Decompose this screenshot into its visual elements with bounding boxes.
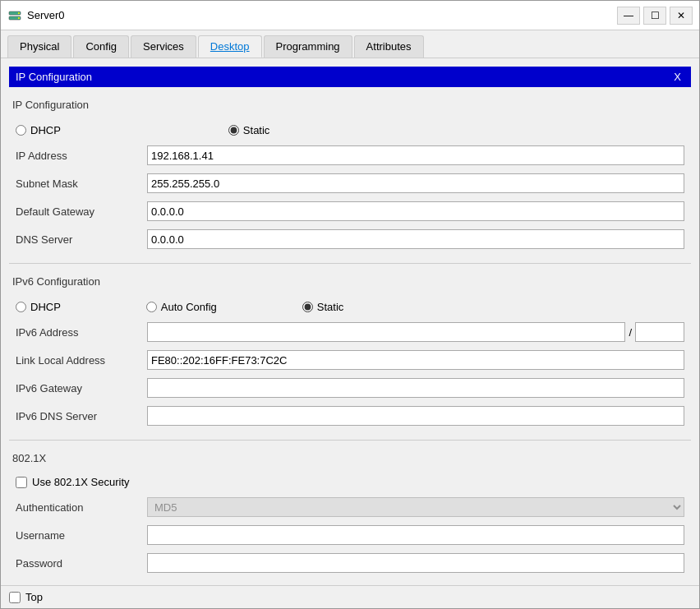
title-controls: — ☐ ✕ <box>617 7 693 25</box>
ipv6-prefix-input[interactable] <box>635 322 684 342</box>
dhcp-radio[interactable] <box>16 125 26 136</box>
ipv6-dhcp-radio[interactable] <box>16 302 26 312</box>
ip-config-form: DHCP Static IP Address Subnet Mask Defau… <box>9 116 691 256</box>
default-gateway-input[interactable] <box>147 201 684 221</box>
top-checkbox[interactable] <box>9 592 21 603</box>
dns-server-label: DNS Server <box>16 233 147 246</box>
ip-address-label: IP Address <box>16 150 147 162</box>
default-gateway-row: Default Gateway <box>16 197 684 225</box>
ipv6-dns-label: IPv6 DNS Server <box>16 410 147 422</box>
tab-programming[interactable]: Programming <box>264 35 352 58</box>
ipv6-static-label: Static <box>317 301 344 313</box>
dns-server-input[interactable] <box>147 229 684 249</box>
ipv6-config-form: DHCP Auto Config Static IPv6 Address / <box>9 293 691 433</box>
tab-attributes[interactable]: Attributes <box>354 35 424 58</box>
tabs-bar: Physical Config Services Desktop Program… <box>1 30 699 58</box>
tab-services[interactable]: Services <box>131 35 196 58</box>
ipv6-autoconfig-radio-label[interactable]: Auto Config <box>146 301 217 313</box>
minimize-button[interactable]: — <box>617 7 640 25</box>
maximize-button[interactable]: ☐ <box>643 7 666 25</box>
auth-row: Authentication MD5 <box>16 493 684 521</box>
use-8021x-row: Use 802.1X Security <box>16 471 684 493</box>
ip-address-input[interactable] <box>147 145 684 165</box>
window-title: Server0 <box>27 9 65 21</box>
ipv6-static-radio-label[interactable]: Static <box>302 301 344 313</box>
dhcp-radio-label[interactable]: DHCP <box>16 124 61 136</box>
subnet-mask-input[interactable] <box>147 173 684 193</box>
top-label: Top <box>25 591 43 603</box>
server-icon <box>7 8 22 23</box>
static-label: Static <box>243 124 270 136</box>
use-8021x-label: Use 802.1X Security <box>32 476 130 488</box>
ipv6-dhcp-radio-label[interactable]: DHCP <box>16 301 61 313</box>
tab-desktop[interactable]: Desktop <box>198 35 262 58</box>
main-content: IP Configuration X IP Configuration DHCP… <box>1 58 699 585</box>
ipv6-address-input-group: / <box>147 322 684 342</box>
default-gateway-label: Default Gateway <box>16 205 147 218</box>
username-row: Username <box>16 521 684 549</box>
subnet-mask-row: Subnet Mask <box>16 169 684 197</box>
ip-config-header-title: IP Configuration <box>16 71 92 83</box>
title-bar-left: Server0 <box>7 8 65 23</box>
password-input[interactable] <box>147 553 684 573</box>
link-local-row: Link Local Address <box>16 346 684 374</box>
username-input[interactable] <box>147 525 684 545</box>
ipv6-autoconfig-radio[interactable] <box>146 302 157 312</box>
ipv6-static-radio[interactable] <box>302 302 313 312</box>
use-8021x-checkbox[interactable] <box>16 477 27 488</box>
static-radio[interactable] <box>228 125 239 136</box>
ipv6-address-label: IPv6 Address <box>16 326 147 339</box>
ipv6-address-row: IPv6 Address / <box>16 318 684 346</box>
ipv6-mode-row: DHCP Auto Config Static <box>16 296 684 318</box>
8021x-form: Use 802.1X Security Authentication MD5 U… <box>9 468 691 580</box>
ipv4-mode-row: DHCP Static <box>16 119 684 141</box>
ip-config-header: IP Configuration X <box>9 67 691 87</box>
ipv6-config-subtitle: IPv6 Configuration <box>9 270 691 293</box>
divider-1 <box>9 263 691 264</box>
subnet-mask-label: Subnet Mask <box>16 178 147 190</box>
svg-point-2 <box>18 12 20 14</box>
ipv6-dhcp-label: DHCP <box>30 301 61 313</box>
ipv6-address-input[interactable] <box>147 322 625 342</box>
link-local-input[interactable] <box>147 350 684 370</box>
8021x-label: 802.1X <box>9 447 691 468</box>
title-bar: Server0 — ☐ ✕ <box>1 1 699 30</box>
bottom-bar: Top <box>1 585 699 608</box>
dns-server-row: DNS Server <box>16 225 684 253</box>
main-window: Server0 — ☐ ✕ Physical Config Services D… <box>0 0 700 609</box>
ipv6-autoconfig-label: Auto Config <box>161 301 217 313</box>
ip-config-close-button[interactable]: X <box>670 71 684 83</box>
divider-2 <box>9 440 691 441</box>
password-row: Password <box>16 549 684 577</box>
ipv6-slash: / <box>629 326 632 339</box>
link-local-label: Link Local Address <box>16 354 147 367</box>
ip-config-subtitle: IP Configuration <box>9 94 691 116</box>
ipv6-gateway-input[interactable] <box>147 378 684 398</box>
ip-address-row: IP Address <box>16 141 684 169</box>
username-label: Username <box>16 529 147 542</box>
auth-select[interactable]: MD5 <box>147 497 684 517</box>
dhcp-label: DHCP <box>30 124 61 136</box>
ipv6-gateway-label: IPv6 Gateway <box>16 382 147 394</box>
svg-point-3 <box>18 17 20 19</box>
ipv6-dns-row: IPv6 DNS Server <box>16 402 684 430</box>
close-button[interactable]: ✕ <box>670 7 693 25</box>
tab-config[interactable]: Config <box>73 35 129 58</box>
auth-label: Authentication <box>16 501 147 514</box>
static-radio-label[interactable]: Static <box>228 124 270 136</box>
ipv6-gateway-row: IPv6 Gateway <box>16 374 684 402</box>
password-label: Password <box>16 557 147 570</box>
ipv6-dns-input[interactable] <box>147 406 684 426</box>
tab-physical[interactable]: Physical <box>7 35 71 58</box>
